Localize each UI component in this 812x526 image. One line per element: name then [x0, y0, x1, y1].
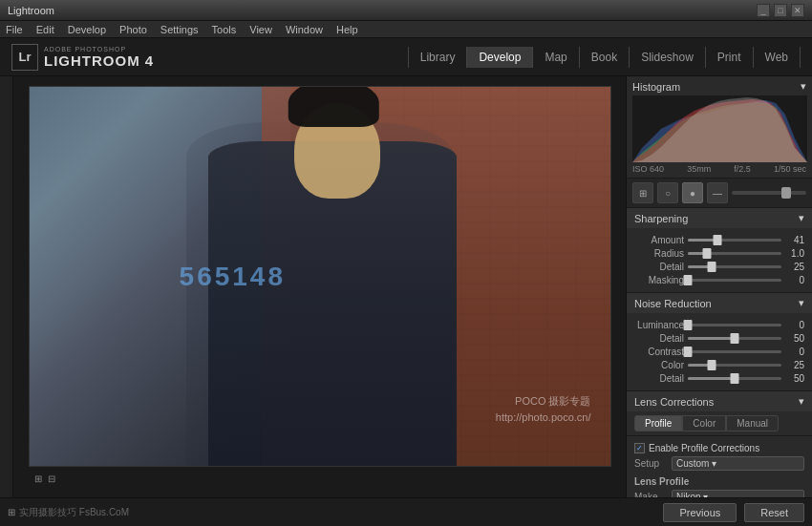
nr-detail-value: 50 — [785, 333, 804, 344]
view-icon-2[interactable]: ⊟ — [48, 473, 55, 484]
reset-button[interactable]: Reset — [744, 503, 804, 522]
nr-detail-thumb[interactable] — [731, 333, 739, 344]
menu-window[interactable]: Window — [286, 24, 323, 35]
adobe-text: ADOBE PHOTOSHOP — [44, 46, 154, 53]
lens-content: ✓ Enable Profile Corrections Setup Custo… — [627, 436, 812, 497]
color-track[interactable] — [688, 364, 781, 367]
noise-header[interactable]: Noise Reduction ▾ — [627, 293, 812, 313]
tab-map[interactable]: Map — [533, 47, 579, 68]
watermark-2: http://photo.poco.cn/ — [496, 411, 591, 423]
masking-row: Masking 0 — [634, 275, 804, 285]
menu-settings[interactable]: Settings — [160, 24, 199, 35]
tab-book[interactable]: Book — [580, 47, 630, 68]
footer-left: ⊞ 实用摄影技巧 FsBus.CoM — [8, 506, 657, 519]
lens-header[interactable]: Lens Corrections ▾ — [627, 391, 812, 411]
previous-button[interactable]: Previous — [663, 503, 737, 522]
lens-tab-profile[interactable]: Profile — [634, 415, 682, 431]
maximize-button[interactable]: □ — [774, 4, 787, 17]
menu-tools[interactable]: Tools — [212, 24, 237, 35]
luminance-thumb[interactable] — [684, 320, 693, 330]
tool-slider-thumb — [781, 187, 791, 199]
logo-text: ADOBE PHOTOSHOP LIGHTROOM 4 — [44, 46, 154, 69]
footer: ⊞ 实用摄影技巧 FsBus.CoM Previous Reset — [0, 497, 812, 526]
enable-profile-row: ✓ Enable Profile Corrections — [634, 443, 804, 453]
detail-value: 25 — [785, 262, 804, 272]
histogram-chevron[interactable]: ▾ — [801, 80, 806, 93]
window-controls[interactable]: _ □ ✕ — [757, 4, 804, 17]
radius-track[interactable] — [688, 252, 781, 255]
histogram-section: Histogram ▾ ISO 640 35mm — [627, 76, 812, 179]
color-value: 25 — [785, 360, 804, 370]
tab-print[interactable]: Print — [706, 47, 754, 68]
menu-view[interactable]: View — [249, 24, 272, 35]
nr-detail-fill — [688, 337, 735, 340]
iso-value: ISO 640 — [632, 164, 664, 174]
tab-library[interactable]: Library — [408, 47, 468, 68]
logo-area: Lr ADOBE PHOTOSHOP LIGHTROOM 4 — [11, 44, 164, 71]
spot-tool[interactable]: ○ — [657, 182, 678, 203]
tab-develop[interactable]: Develop — [467, 47, 533, 68]
masking-thumb[interactable] — [684, 275, 693, 285]
amount-label: Amount — [634, 235, 684, 245]
crop-tool[interactable]: ⊞ — [632, 182, 653, 203]
masking-track[interactable] — [688, 279, 781, 282]
menu-develop[interactable]: Develop — [68, 24, 106, 35]
minimize-button[interactable]: _ — [757, 4, 770, 17]
sharpening-chevron: ▾ — [799, 212, 804, 224]
tab-slideshow[interactable]: Slideshow — [630, 47, 706, 68]
make-chevron: ▾ — [703, 492, 708, 497]
close-button[interactable]: ✕ — [791, 4, 804, 17]
detail-thumb[interactable] — [707, 262, 716, 272]
lens-tab-color[interactable]: Color — [682, 415, 726, 431]
radius-thumb[interactable] — [702, 248, 711, 259]
amount-track[interactable] — [688, 239, 781, 242]
menu-file[interactable]: File — [6, 24, 23, 35]
redeye-tool[interactable]: ● — [682, 182, 703, 203]
nr-detail-row: Detail 50 — [634, 333, 804, 344]
menu-bar: File Edit Develop Photo Settings Tools V… — [0, 21, 812, 38]
setup-value[interactable]: Custom ▾ — [672, 456, 804, 471]
radius-row: Radius 1.0 — [634, 248, 804, 259]
make-label: Make — [634, 492, 668, 497]
menu-photo[interactable]: Photo — [119, 24, 147, 35]
nav-tabs: Library Develop Map Book Slideshow Print… — [164, 47, 801, 68]
setup-row: Setup Custom ▾ — [634, 456, 804, 471]
luminance-track[interactable] — [688, 324, 781, 326]
amount-thumb[interactable] — [714, 235, 722, 245]
amount-row: Amount 41 — [634, 235, 804, 245]
brush-tool[interactable]: — — [707, 182, 728, 203]
detail-label: Detail — [634, 262, 684, 272]
contrast-thumb[interactable] — [684, 347, 693, 357]
contrast-track[interactable] — [688, 350, 781, 353]
contrast-value: 0 — [785, 347, 804, 357]
color-detail-label: Detail — [634, 373, 684, 384]
detail-track[interactable] — [688, 265, 781, 268]
color-detail-fill — [688, 377, 735, 380]
color-thumb[interactable] — [707, 360, 716, 370]
radius-value: 1.0 — [785, 248, 804, 259]
color-detail-thumb[interactable] — [731, 373, 739, 384]
left-panel — [0, 76, 13, 497]
right-panel: Histogram ▾ ISO 640 35mm — [626, 76, 812, 497]
tool-slider[interactable] — [732, 191, 806, 195]
color-detail-track[interactable] — [688, 377, 781, 380]
tab-web[interactable]: Web — [754, 47, 801, 68]
watermark-1: POCO 摄影专题 — [515, 394, 590, 409]
sharpening-header[interactable]: Sharpening ▾ — [627, 208, 812, 228]
view-icon-1[interactable]: ⊞ — [34, 473, 42, 484]
menu-help[interactable]: Help — [336, 24, 358, 35]
lens-profile-title: Lens Profile — [634, 476, 804, 487]
noise-reduction-section: Noise Reduction ▾ Luminance 0 Detail — [627, 293, 812, 391]
nr-detail-track[interactable] — [688, 337, 781, 340]
enable-profile-label: Enable Profile Corrections — [649, 443, 759, 453]
lens-tab-manual[interactable]: Manual — [726, 415, 779, 431]
noise-chevron: ▾ — [799, 297, 804, 309]
sharpening-content: Amount 41 Radius 1.0 — [627, 228, 812, 292]
make-value[interactable]: Nikon ▾ — [672, 490, 804, 497]
histogram-info: ISO 640 35mm f/2.5 1/50 sec — [632, 164, 806, 174]
enable-profile-checkbox[interactable]: ✓ — [634, 443, 645, 453]
menu-edit[interactable]: Edit — [36, 24, 54, 35]
noise-content: Luminance 0 Detail 50 — [627, 313, 812, 390]
histogram-canvas — [632, 95, 807, 162]
photo-frame[interactable]: 565148 POCO 摄影专题 http://photo.poco.cn/ — [29, 86, 611, 467]
